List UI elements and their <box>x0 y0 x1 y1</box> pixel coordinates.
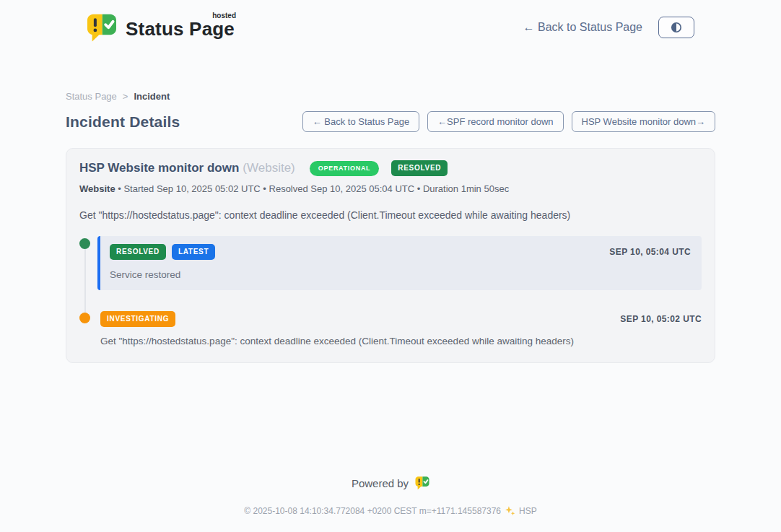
timeline-timestamp: SEP 10, 05:02 UTC <box>620 314 702 324</box>
timeline-message: Service restored <box>110 269 691 280</box>
theme-toggle-icon <box>670 21 683 34</box>
breadcrumb: Status Page > Incident <box>66 91 715 102</box>
next-incident-button[interactable]: HSP Website monitor down→ <box>572 111 715 132</box>
brand-name: Status Page <box>126 18 235 40</box>
incident-service: Website <box>79 183 115 194</box>
incident-description: Get "https://hostedstatus.page": context… <box>79 209 702 221</box>
back-to-status-page-button[interactable]: ← Back to Status Page <box>302 111 419 132</box>
status-page-logo-icon <box>87 14 117 43</box>
breadcrumb-incident: Incident <box>134 91 170 102</box>
timeline-investigating-badge: INVESTIGATING <box>100 311 175 327</box>
header: hosted Status Page ← Back to Status Page <box>0 0 781 45</box>
copyright-text: © 2025-10-08 14:10:34.772084 +0200 CEST … <box>244 506 501 516</box>
timeline-dot-investigating-icon <box>79 313 90 323</box>
footer: Powered by © 2025-10-08 14:10:34.772084 … <box>0 476 781 532</box>
timeline-latest-update-box: RESOLVED LATEST SEP 10, 05:04 UTC Servic… <box>97 236 702 290</box>
timeline-message: Get "https://hostedstatus.page": context… <box>100 336 702 346</box>
previous-incident-button[interactable]: ←SPF record monitor down <box>427 111 563 132</box>
incident-nav-buttons: ← Back to Status Page ←SPF record monito… <box>302 111 715 132</box>
resolved-status-badge: RESOLVED <box>391 160 448 176</box>
breadcrumb-separator: > <box>123 91 128 102</box>
timeline-item-investigating: INVESTIGATING SEP 10, 05:02 UTC Get "htt… <box>79 310 702 346</box>
powered-by: Powered by <box>0 476 781 490</box>
hsp-logo-icon[interactable] <box>415 476 429 490</box>
incident-meta-details: • Started Sep 10, 2025 05:02 UTC • Resol… <box>118 183 509 194</box>
header-back-link[interactable]: ← Back to Status Page <box>523 21 642 34</box>
brand-logo-link[interactable]: hosted Status Page <box>87 12 235 43</box>
incident-meta: Website • Started Sep 10, 2025 05:02 UTC… <box>79 183 702 194</box>
theme-toggle-button[interactable] <box>658 17 694 38</box>
powered-by-label: Powered by <box>352 477 409 489</box>
breadcrumb-status-page[interactable]: Status Page <box>66 91 117 102</box>
operational-status-badge: OPERATIONAL <box>310 161 380 176</box>
incident-scope: (Website) <box>243 161 294 175</box>
page-title: Incident Details <box>66 113 180 131</box>
timeline-resolved-badge: RESOLVED <box>110 244 166 260</box>
timeline-dot-resolved-icon <box>79 238 90 249</box>
copyright-brand: HSP <box>519 506 537 516</box>
brand-hosted-badge: hosted <box>212 12 236 19</box>
sparkle-icon <box>505 505 515 516</box>
timeline-item-resolved: RESOLVED LATEST SEP 10, 05:04 UTC Servic… <box>79 236 702 290</box>
incident-timeline: RESOLVED LATEST SEP 10, 05:04 UTC Servic… <box>79 236 702 346</box>
timeline-timestamp: SEP 10, 05:04 UTC <box>609 247 691 257</box>
incident-card: HSP Website monitor down(Website) OPERAT… <box>66 148 715 363</box>
timeline-latest-badge: LATEST <box>172 244 215 260</box>
brand-wordmark: hosted Status Page <box>126 12 235 38</box>
incident-title: HSP Website monitor down(Website) <box>79 161 295 175</box>
copyright-line: © 2025-10-08 14:10:34.772084 +0200 CEST … <box>0 505 781 516</box>
incident-title-text: HSP Website monitor down <box>79 161 239 175</box>
